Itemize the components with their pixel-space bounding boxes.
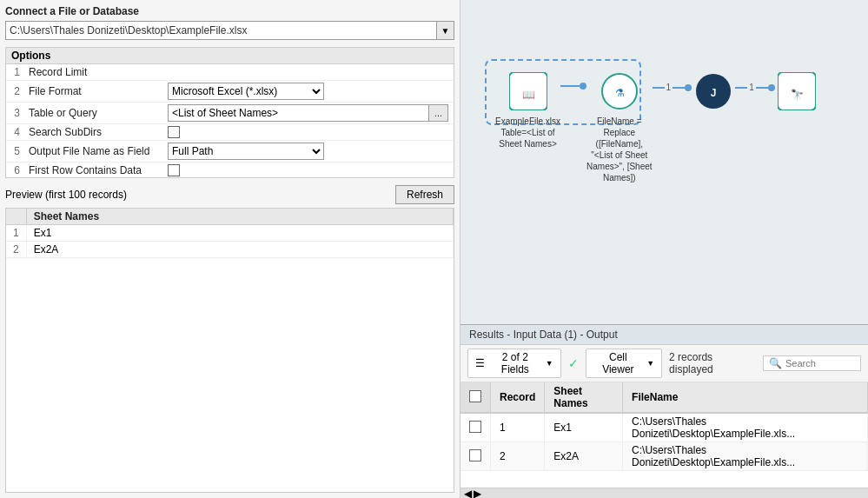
option-row-6: 6 First Row Contains Data [6, 163, 454, 178]
conn-dot-1 [580, 83, 586, 90]
node-formula-label: FileName =Replace([FileName],"<List of S… [586, 116, 653, 183]
options-section: Options 1 Record Limit 2 File Format Mic… [5, 47, 454, 178]
scroll-left-arrow[interactable]: ◀ [464, 488, 472, 499]
results-header: Results - Input Data (1) - Output [461, 325, 868, 345]
join-node-icon: J [694, 72, 732, 110]
option-value-5: Full Path [162, 141, 454, 163]
options-scrollable: 1 Record Limit 2 File Format Microsoft E… [6, 64, 454, 177]
row-select-all[interactable] [469, 390, 481, 402]
results-row-1: 1 Ex1 C:\Users\Thales Donizeti\Desktop\E… [461, 413, 868, 442]
fields-chevron: ▼ [546, 359, 553, 368]
conn-num-3: 1 [749, 83, 754, 92]
scroll-bottom-bar: ◀ ▶ [461, 488, 868, 498]
conn-2: 1 [653, 83, 692, 92]
formula-node-icon: ⚗ [600, 72, 639, 110]
results-col-filename: FileName [623, 382, 868, 413]
conn-3: 1 [735, 83, 775, 92]
file-path-row: ▼ [5, 21, 454, 40]
first-row-checkbox[interactable] [168, 164, 180, 176]
option-value-4 [162, 124, 454, 141]
fields-label: 2 of 2 Fields [488, 351, 542, 375]
row-2-select-icon[interactable] [469, 449, 481, 461]
preview-row-2-sheet: Ex2A [26, 242, 453, 258]
conn-line-2a [653, 87, 665, 89]
results-col-sheet-names: Sheet Names [545, 382, 623, 413]
viewer-label: Cell Viewer [593, 351, 644, 375]
option-num-4: 4 [6, 124, 23, 141]
fields-button[interactable]: ☰ 2 of 2 Fields ▼ [467, 349, 561, 378]
table-query-input[interactable] [168, 104, 429, 122]
output-node-icon: 🔭 [778, 72, 816, 110]
search-box: 🔍 [763, 355, 861, 371]
conn-1 [560, 83, 586, 90]
results-col-select [461, 382, 491, 413]
option-num-1: 1 [6, 64, 23, 81]
results-row-1-filename: C:\Users\Thales Donizeti\Desktop\Example… [623, 413, 868, 442]
option-value-2: Microsoft Excel (*.xlsx) [162, 81, 454, 103]
preview-row-1: 1 Ex1 [6, 225, 454, 242]
option-name-3: Table or Query [23, 103, 162, 124]
results-panel: Results - Input Data (1) - Output ☰ 2 of… [461, 324, 868, 498]
preview-row-2: 2 Ex2A [6, 242, 454, 258]
svg-text:J: J [711, 87, 717, 99]
right-panel: 📖 ExampleFile.xlsxTable=<List ofSheet Na… [461, 0, 868, 498]
option-value-3: ... [162, 103, 454, 124]
node-formula-group: ⚗ FileName =Replace([FileName],"<List of… [586, 70, 653, 183]
viewer-chevron: ▼ [646, 359, 654, 368]
options-table: 1 Record Limit 2 File Format Microsoft E… [6, 64, 454, 177]
file-format-select[interactable]: Microsoft Excel (*.xlsx) [168, 83, 324, 100]
records-label: 2 records displayed [669, 351, 713, 375]
scroll-right-arrow[interactable]: ▶ [474, 488, 481, 499]
viewer-button[interactable]: Cell Viewer ▼ [586, 349, 662, 378]
option-value-6 [162, 163, 454, 178]
svg-text:📖: 📖 [521, 88, 534, 101]
results-header-row: Record Sheet Names FileName [461, 382, 868, 413]
option-num-5: 5 [6, 141, 23, 163]
conn-line-1 [560, 85, 580, 87]
results-toolbar: ☰ 2 of 2 Fields ▼ ✓ Cell Viewer ▼ 2 reco… [461, 345, 868, 382]
canvas-area: 📖 ExampleFile.xlsxTable=<List ofSheet Na… [461, 0, 868, 324]
svg-text:🔭: 🔭 [790, 88, 803, 101]
file-path-dropdown-btn[interactable]: ▼ [437, 21, 454, 40]
preview-table-container: Sheet Names 1 Ex1 2 Ex2A [5, 208, 454, 493]
search-input[interactable] [785, 358, 855, 369]
node-formula-box[interactable]: ⚗ [598, 70, 641, 113]
search-subdirs-checkbox[interactable] [168, 126, 180, 138]
records-info: 2 records displayed [669, 351, 756, 375]
output-file-name-select[interactable]: Full Path [168, 143, 324, 160]
workflow-nodes: 📖 ExampleFile.xlsxTable=<List ofSheet Na… [495, 70, 818, 183]
option-row-3: 3 Table or Query ... [6, 103, 454, 124]
node-output-group: 🔭 [775, 70, 818, 116]
conn-dot-3 [768, 84, 775, 91]
results-col-record: Record [491, 382, 545, 413]
node-input-label: ExampleFile.xlsxTable=<List ofSheet Name… [495, 116, 560, 149]
preview-row-1-sheet: Ex1 [26, 225, 453, 242]
conn-line-3a [735, 87, 747, 89]
preview-row-2-num: 2 [6, 242, 26, 258]
option-name-4: Search SubDirs [23, 124, 162, 141]
refresh-button[interactable]: Refresh [395, 185, 454, 204]
file-path-input[interactable] [5, 21, 437, 40]
option-value-1 [162, 64, 454, 81]
connect-section: Connect a File or Database ▼ [5, 5, 454, 40]
table-query-btn[interactable]: ... [429, 104, 448, 122]
node-join-box[interactable]: J [692, 70, 735, 113]
conn-dot-2 [685, 84, 692, 91]
preview-table: Sheet Names 1 Ex1 2 Ex2A [6, 209, 454, 258]
results-row-2-sheet: Ex2A [545, 442, 623, 471]
preview-row-1-num: 1 [6, 225, 26, 242]
option-row-5: 5 Output File Name as Field Full Path [6, 141, 454, 163]
node-input-box[interactable]: 📖 [507, 70, 550, 113]
option-name-5: Output File Name as Field [23, 141, 162, 163]
option-name-1: Record Limit [23, 64, 162, 81]
preview-col-sheet-names: Sheet Names [26, 209, 453, 225]
option-name-2: File Format [23, 81, 162, 103]
row-1-select-icon[interactable] [469, 421, 481, 433]
option-row-2: 2 File Format Microsoft Excel (*.xlsx) [6, 81, 454, 103]
results-row-1-select [461, 413, 491, 442]
node-join-group: J [692, 70, 735, 116]
option-num-3: 3 [6, 103, 23, 124]
node-output-box[interactable]: 🔭 [775, 70, 818, 113]
results-table-container: Record Sheet Names FileName 1 Ex1 C:\Use… [461, 382, 868, 488]
results-row-2-filename: C:\Users\Thales Donizeti\Desktop\Example… [623, 442, 868, 471]
